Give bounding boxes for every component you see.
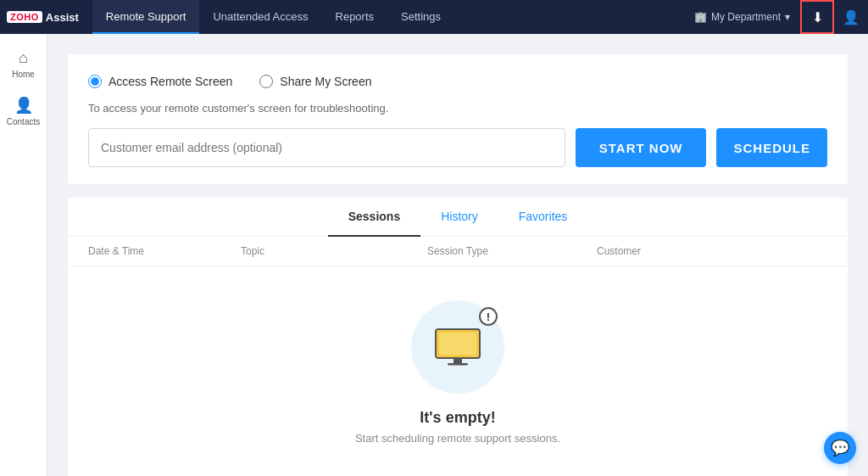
zoho-logo: ZOHO [7, 11, 42, 23]
schedule-button[interactable]: SCHEDULE [716, 128, 827, 167]
logo-area: ZOHO Assist [7, 11, 79, 24]
email-input[interactable] [88, 128, 565, 167]
building-icon: 🏢 [694, 11, 707, 23]
nav-unattended-access[interactable]: Unattended Access [199, 0, 321, 34]
sidebar-contacts-label: Contacts [7, 117, 40, 126]
table-header: Date & Time Topic Session Type Customer [68, 237, 848, 266]
radio-share-input[interactable] [259, 75, 273, 88]
topnav: ZOHO Assist Remote Support Unattended Ac… [0, 0, 868, 34]
download-button[interactable]: ⬇ [800, 0, 834, 34]
chat-icon: 💬 [831, 439, 849, 457]
description-text: To access your remote customer's screen … [88, 102, 827, 115]
tab-history[interactable]: History [420, 198, 498, 237]
empty-state: ! It's empty! Start scheduling remote su… [68, 266, 848, 476]
download-icon: ⬇ [812, 9, 823, 25]
svg-rect-1 [439, 333, 476, 355]
contacts-icon: 👤 [14, 96, 33, 115]
sessions-card: Sessions History Favorites Date & Time T… [68, 198, 848, 476]
nav-reports[interactable]: Reports [322, 0, 388, 34]
col-topic: Topic [241, 245, 427, 257]
nav-right: 🏢 My Department ▾ ⬇ 👤 [684, 0, 868, 34]
empty-sub: Start scheduling remote support sessions… [355, 432, 560, 445]
col-session-type: Session Type [427, 245, 597, 257]
col-datetime: Date & Time [88, 245, 241, 257]
start-now-button[interactable]: START NOW [576, 128, 707, 167]
layout: ⌂ Home 👤 Contacts Access Remote Screen S… [0, 34, 868, 476]
tabs-row: Sessions History Favorites [68, 198, 848, 237]
sidebar-item-contacts[interactable]: 👤 Contacts [0, 87, 47, 135]
nav-settings[interactable]: Settings [387, 0, 454, 34]
tab-favorites[interactable]: Favorites [498, 198, 588, 237]
nav-remote-support[interactable]: Remote Support [92, 0, 200, 34]
main-content: Access Remote Screen Share My Screen To … [47, 34, 868, 476]
col-customer: Customer [597, 245, 827, 257]
home-icon: ⌂ [19, 49, 28, 67]
monitor-svg [432, 326, 483, 368]
radio-share-text: Share My Screen [280, 75, 371, 88]
user-icon: 👤 [843, 9, 860, 25]
svg-rect-3 [448, 363, 468, 366]
sidebar-item-home[interactable]: ⌂ Home [0, 41, 47, 87]
user-button[interactable]: 👤 [834, 0, 868, 34]
dept-label: My Department [711, 11, 781, 23]
empty-title: It's empty! [420, 409, 495, 427]
tab-sessions[interactable]: Sessions [328, 198, 420, 237]
sidebar-home-label: Home [12, 70, 35, 79]
chat-bubble-button[interactable]: 💬 [824, 432, 856, 464]
radio-access-label[interactable]: Access Remote Screen [88, 75, 232, 88]
radio-access-input[interactable] [88, 75, 102, 88]
chevron-down-icon: ▾ [785, 11, 790, 23]
assist-logo: Assist [46, 11, 79, 24]
svg-rect-2 [453, 358, 462, 363]
input-row: START NOW SCHEDULE [88, 128, 827, 167]
radio-share-label[interactable]: Share My Screen [259, 75, 371, 88]
monitor-illustration: ! [411, 300, 504, 394]
radio-access-text: Access Remote Screen [108, 75, 232, 88]
department-button[interactable]: 🏢 My Department ▾ [684, 11, 800, 23]
radio-row: Access Remote Screen Share My Screen [88, 75, 827, 88]
exclaim-icon: ! [479, 307, 498, 326]
sidebar: ⌂ Home 👤 Contacts [0, 34, 47, 476]
form-card: Access Remote Screen Share My Screen To … [68, 54, 848, 184]
